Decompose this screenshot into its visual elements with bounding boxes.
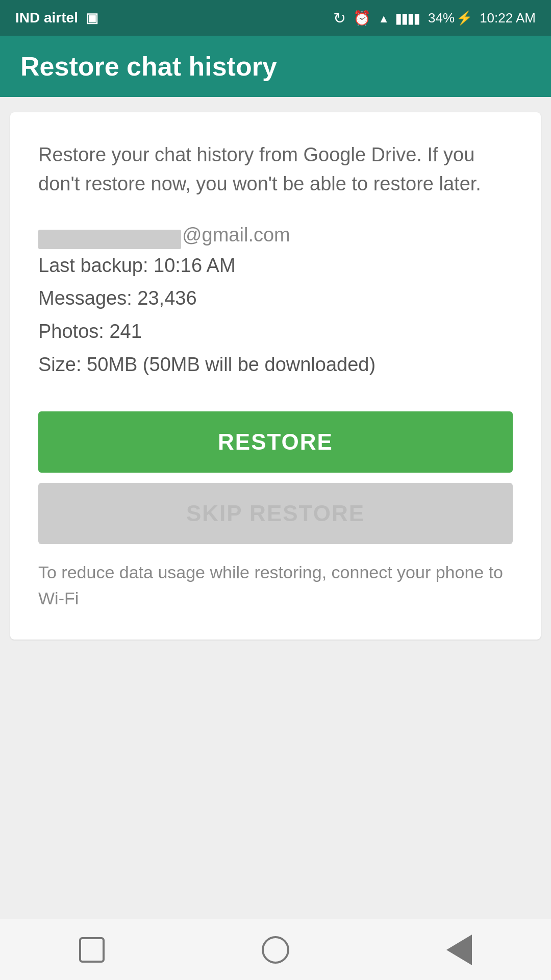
battery-percent: 34% (428, 10, 455, 26)
signal-icon (396, 10, 421, 26)
email-domain: @gmail.com (182, 224, 290, 246)
photos-count: Photos: 241 (38, 315, 513, 348)
recents-icon (79, 937, 105, 963)
skip-restore-button[interactable]: SKIP RESTORE (38, 483, 513, 544)
email-line: @gmail.com (38, 224, 513, 249)
status-right: 34% ⚡ 10:22 AM (333, 9, 536, 27)
home-button[interactable] (250, 929, 301, 970)
restore-button[interactable]: RESTORE (38, 411, 513, 473)
carrier-name: IND airtel (15, 10, 78, 26)
wifi-icon (378, 10, 389, 26)
size-info: Size: 50MB (50MB will be downloaded) (38, 348, 513, 381)
status-bar: IND airtel 34% ⚡ 10:22 AM (0, 0, 551, 36)
backup-info: @gmail.com Last backup: 10:16 AM Message… (38, 224, 513, 381)
app-bar: Restore chat history (0, 36, 551, 97)
screenshot-icon (86, 10, 98, 26)
description-text: Restore your chat history from Google Dr… (38, 140, 513, 199)
time-display: 10:22 AM (480, 10, 536, 26)
nav-bar (0, 919, 551, 980)
wifi-notice: To reduce data usage while restoring, co… (38, 559, 513, 611)
back-button[interactable] (434, 929, 485, 970)
status-left: IND airtel (15, 10, 98, 26)
email-blur (38, 230, 181, 249)
battery-container: 34% ⚡ (428, 10, 472, 26)
restore-card: Restore your chat history from Google Dr… (10, 112, 541, 640)
recents-button[interactable] (66, 929, 117, 970)
alarm-icon (353, 10, 371, 27)
last-backup: Last backup: 10:16 AM (38, 249, 513, 282)
messages-count: Messages: 23,436 (38, 282, 513, 315)
main-content: Restore your chat history from Google Dr… (0, 97, 551, 919)
page-title: Restore chat history (20, 51, 277, 82)
battery-icon: ⚡ (456, 10, 472, 26)
home-icon (262, 936, 289, 964)
back-icon (446, 935, 472, 965)
sync-icon (333, 9, 346, 27)
